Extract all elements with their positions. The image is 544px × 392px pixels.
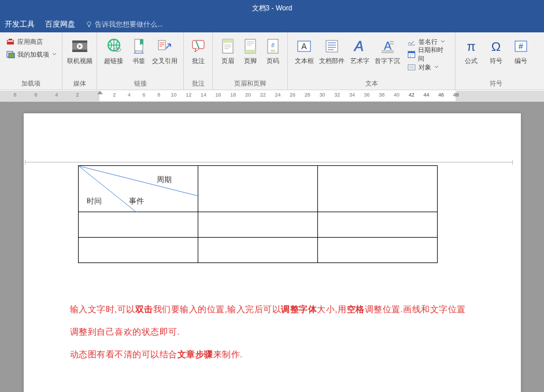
quick-parts-button[interactable]: 文档部件 (317, 35, 347, 65)
header-button[interactable]: 页眉 (216, 35, 239, 65)
textbox-icon: A (295, 37, 313, 56)
chevron-down-icon (441, 40, 445, 43)
comment-button[interactable]: 批注 (187, 35, 209, 65)
table-cell-header[interactable]: 周期 时间 事件 (78, 166, 198, 212)
label-shijian: 时间 (87, 196, 102, 206)
svg-rect-1 (9, 53, 14, 58)
paragraph-1[interactable]: 输入文字时,可以双击我们要输入的位置,输入完后可以调整字体大小,用空格调整位置.… (70, 298, 475, 343)
group-links: 超链接 书签 交叉引用 链接 (97, 32, 184, 90)
wordart-button[interactable]: A 艺术字 (347, 35, 373, 65)
svg-rect-24 (408, 51, 415, 53)
wordart-icon: A (350, 37, 369, 56)
globe-icon (105, 37, 123, 56)
group-comments: 批注 批注 (184, 32, 213, 90)
table-guides (25, 162, 513, 162)
my-addins-button[interactable]: 我的加载项 (6, 49, 56, 60)
svg-rect-26 (409, 66, 414, 69)
group-media: 联机视频 媒体 (62, 32, 97, 90)
svg-text:A: A (302, 42, 308, 51)
table-cell[interactable] (317, 166, 437, 212)
svg-rect-14 (245, 50, 256, 53)
svg-rect-12 (223, 39, 233, 43)
table-cell[interactable] (198, 212, 317, 238)
footer-button[interactable]: 页脚 (239, 35, 261, 65)
hyperlink-button[interactable]: 超链接 (101, 35, 127, 65)
datetime-icon (407, 50, 416, 59)
tab-developer[interactable]: 开发工具 (5, 19, 35, 29)
number-icon: # (512, 37, 530, 56)
bookmark-icon (129, 37, 148, 56)
label-zhouqi: 周期 (157, 175, 172, 185)
svg-rect-3 (72, 40, 87, 43)
footer-icon (241, 37, 260, 56)
svg-rect-17 (271, 50, 275, 52)
horizontal-ruler[interactable]: 8642246810121416182022242628303234363840… (0, 90, 544, 102)
date-time-button[interactable]: 日期和时间 (407, 49, 449, 60)
object-button[interactable]: 对象 (407, 61, 449, 73)
online-video-button[interactable]: 联机视频 (66, 35, 93, 65)
svg-text:Ω: Ω (491, 39, 501, 54)
equation-button[interactable]: π 公式 (459, 35, 484, 65)
ribbon: 应用商店 我的加载项 加载项 联机视频 媒体 超链接 (0, 32, 544, 90)
svg-rect-9 (158, 40, 165, 50)
dropcap-button[interactable]: A 首字下沉 (373, 35, 402, 65)
document-table[interactable]: 周期 时间 事件 (78, 165, 438, 263)
number-button[interactable]: # 编号 (508, 35, 533, 65)
chevron-down-icon (435, 65, 438, 69)
video-icon (71, 37, 89, 56)
table-cell[interactable] (317, 238, 437, 263)
signature-icon (407, 37, 416, 46)
chevron-down-icon (53, 53, 56, 56)
paragraph-2[interactable]: 动态图有看不清的可以结合文章步骤来制作. (70, 343, 475, 365)
indent-marker[interactable] (97, 91, 103, 94)
table-cell[interactable] (78, 212, 198, 238)
comment-icon (189, 37, 208, 56)
group-text: A 文本框 文档部件 A 艺术字 A 首字下沉 签名行 (288, 32, 456, 90)
window-title: 文档3 - Word (252, 3, 293, 13)
svg-text:#: # (271, 42, 275, 49)
symbol-icon: Ω (487, 37, 505, 56)
object-icon (407, 62, 416, 72)
group-symbols: π 公式 Ω 符号 # 编号 符号 (456, 32, 536, 90)
svg-line-31 (79, 166, 198, 196)
header-icon (219, 37, 237, 56)
cross-reference-button[interactable]: 交叉引用 (150, 35, 180, 65)
ribbon-tabs: 开发工具 百度网盘 告诉我您想要做什么... (0, 16, 544, 32)
svg-text:#: # (519, 42, 523, 51)
svg-rect-4 (72, 50, 87, 52)
svg-rect-20 (326, 40, 338, 52)
title-bar: 文档3 - Word (0, 0, 544, 16)
label-shijian2: 事件 (129, 196, 144, 206)
lightbulb-icon (86, 21, 92, 28)
page-number-button[interactable]: # 页码 (261, 35, 284, 65)
table-cell[interactable] (198, 166, 317, 212)
pagenum-icon: # (264, 37, 282, 56)
document-area[interactable]: 周期 时间 事件 输入文字时,可以双击我们要输入的位置,输入完后可以调整字体大小… (0, 102, 544, 392)
app-store-button[interactable]: 应用商店 (6, 36, 56, 47)
addins-icon (6, 50, 15, 59)
tab-baidu-disk[interactable]: 百度网盘 (45, 19, 75, 29)
page[interactable]: 周期 时间 事件 输入文字时,可以双击我们要输入的位置,输入完后可以调整字体大小… (24, 113, 521, 392)
group-addins: 应用商店 我的加载项 加载项 (0, 32, 62, 90)
svg-text:A: A (384, 39, 392, 52)
tell-me[interactable]: 告诉我您想要做什么... (86, 20, 163, 29)
bookmark-button[interactable]: 书签 (127, 35, 150, 65)
store-icon (6, 37, 15, 46)
crossref-icon (156, 37, 174, 56)
symbol-button[interactable]: Ω 符号 (484, 35, 509, 65)
group-header-footer: 页眉 页脚 # 页码 页眉和页脚 (213, 32, 288, 90)
equation-icon: π (462, 37, 480, 56)
textbox-button[interactable]: A 文本框 (291, 35, 317, 65)
quickparts-icon (323, 37, 341, 56)
table-cell[interactable] (78, 238, 198, 263)
table-cell[interactable] (317, 212, 437, 238)
svg-text:A: A (353, 38, 364, 54)
table-cell[interactable] (198, 238, 317, 263)
dropcap-icon: A (378, 37, 397, 56)
svg-text:π: π (467, 39, 476, 54)
